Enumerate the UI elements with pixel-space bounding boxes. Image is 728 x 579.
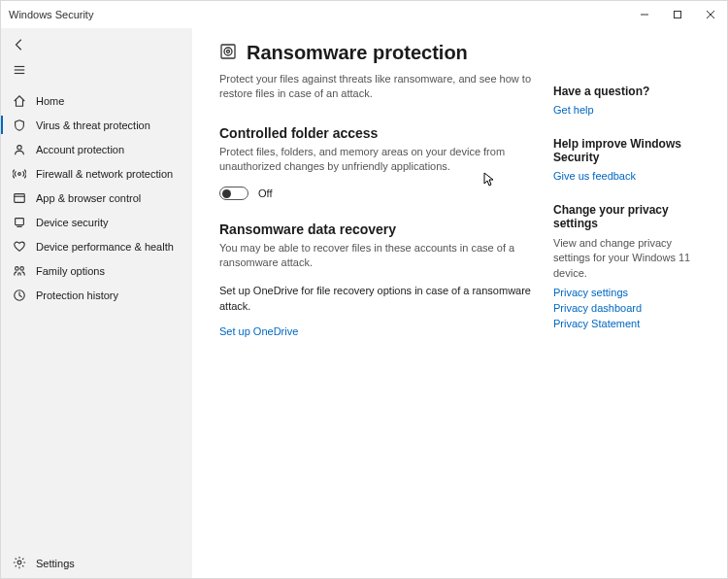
svg-point-13 xyxy=(16,266,19,270)
cfa-toggle[interactable] xyxy=(219,187,248,200)
close-button[interactable] xyxy=(694,1,727,28)
history-icon xyxy=(13,289,26,302)
svg-point-14 xyxy=(20,266,24,270)
minimize-button[interactable] xyxy=(628,1,661,28)
sidebar-item-label: Virus & threat protection xyxy=(36,119,150,131)
sidebar-item-label: Settings xyxy=(36,558,75,569)
improve-heading: Help improve Windows Security xyxy=(553,137,711,164)
sidebar-item-label: Account protection xyxy=(36,144,124,155)
sidebar-item-label: Firewall & network protection xyxy=(36,168,173,180)
heart-icon xyxy=(13,240,26,254)
window-controls xyxy=(628,1,727,28)
recovery-heading: Ransomware data recovery xyxy=(219,221,538,237)
svg-point-18 xyxy=(224,48,232,55)
sidebar-item-label: Family options xyxy=(36,265,105,277)
sidebar-item-account[interactable]: Account protection xyxy=(1,137,192,161)
back-button[interactable] xyxy=(1,32,192,57)
sidebar: Home Virus & threat protection Account p… xyxy=(1,28,192,578)
sidebar-item-home[interactable]: Home xyxy=(1,88,192,113)
privacy-dashboard-link[interactable]: Privacy dashboard xyxy=(553,302,711,314)
setup-onedrive-link[interactable]: Set up OneDrive xyxy=(219,325,538,337)
question-heading: Have a question? xyxy=(553,85,711,98)
svg-rect-1 xyxy=(675,12,681,18)
privacy-statement-link[interactable]: Privacy Statement xyxy=(553,318,711,329)
sidebar-item-label: Protection history xyxy=(36,290,118,301)
right-pane: Have a question? Get help Help improve W… xyxy=(538,42,727,578)
home-icon xyxy=(13,94,26,108)
sidebar-list: Home Virus & threat protection Account p… xyxy=(1,88,192,549)
device-icon xyxy=(13,216,26,229)
sidebar-item-label: Device security xyxy=(36,217,109,228)
shield-icon xyxy=(13,119,26,132)
recovery-body: You may be able to recover files in thes… xyxy=(219,241,538,271)
sidebar-item-app-browser[interactable]: App & browser control xyxy=(1,186,192,210)
family-icon xyxy=(13,264,26,278)
onedrive-note: Set up OneDrive for file recovery option… xyxy=(219,284,538,314)
cfa-heading: Controlled folder access xyxy=(219,125,538,141)
sidebar-item-family[interactable]: Family options xyxy=(1,258,192,283)
sidebar-item-firewall[interactable]: Firewall & network protection xyxy=(1,161,192,186)
cfa-toggle-label: Off xyxy=(258,187,272,199)
svg-point-16 xyxy=(17,561,21,564)
sidebar-item-performance-health[interactable]: Device performance & health xyxy=(1,234,192,258)
svg-rect-17 xyxy=(221,45,235,58)
network-icon xyxy=(13,167,26,181)
main-content: Ransomware protection Protect your files… xyxy=(192,28,727,578)
titlebar: Windows Security xyxy=(1,1,727,28)
svg-point-8 xyxy=(18,172,21,175)
window-title: Windows Security xyxy=(9,9,93,20)
sidebar-item-label: App & browser control xyxy=(36,192,141,204)
svg-point-19 xyxy=(227,51,230,53)
sidebar-settings[interactable]: Settings xyxy=(1,549,192,578)
sidebar-item-device-security[interactable]: Device security xyxy=(1,210,192,234)
page-title: Ransomware protection xyxy=(247,42,468,64)
privacy-settings-link[interactable]: Privacy settings xyxy=(553,287,711,298)
privacy-body: View and change privacy settings for you… xyxy=(553,236,711,281)
sidebar-item-label: Device performance & health xyxy=(36,241,174,253)
svg-rect-11 xyxy=(16,218,24,224)
account-icon xyxy=(13,143,26,156)
ransomware-icon xyxy=(219,43,237,63)
feedback-link[interactable]: Give us feedback xyxy=(553,170,711,182)
gear-icon xyxy=(13,556,26,571)
privacy-heading: Change your privacy settings xyxy=(553,203,711,230)
svg-rect-9 xyxy=(15,193,25,202)
maximize-button[interactable] xyxy=(661,1,694,28)
page-subtitle: Protect your files against threats like … xyxy=(219,72,538,102)
sidebar-item-virus-threat[interactable]: Virus & threat protection xyxy=(1,113,192,137)
nav-menu-button[interactable] xyxy=(1,57,192,83)
cfa-body: Protect files, folders, and memory areas… xyxy=(219,145,538,175)
app-icon xyxy=(13,191,26,205)
sidebar-item-protection-history[interactable]: Protection history xyxy=(1,283,192,307)
sidebar-item-label: Home xyxy=(36,95,64,107)
get-help-link[interactable]: Get help xyxy=(553,104,711,116)
svg-point-7 xyxy=(17,145,21,149)
